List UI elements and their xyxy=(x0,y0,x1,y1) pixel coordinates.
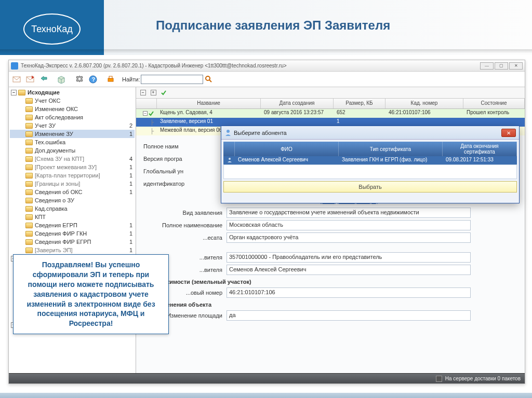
tree-node[interactable]: Кад.справка xyxy=(10,204,135,213)
search-icon[interactable] xyxy=(204,75,214,84)
col-date[interactable]: Дата создания xyxy=(261,99,334,108)
tree-node[interactable]: Тех.ошибка xyxy=(10,138,135,146)
svg-point-10 xyxy=(229,158,231,160)
clipped-label: Глобальный ун xyxy=(143,168,227,174)
svg-text:?: ? xyxy=(92,76,96,83)
statusbar: На сервере доставки 0 пакетов xyxy=(9,373,525,383)
app-icon xyxy=(11,62,18,70)
minimize-button[interactable]: — xyxy=(480,62,494,70)
new-mail-icon[interactable] xyxy=(11,73,23,86)
tree-node[interactable]: Изменение ЗУ1 xyxy=(10,130,135,138)
select-subscriber-dialog: Выберите абонента ✕ ФИО Тип сертификата … xyxy=(221,126,520,203)
tree-node[interactable]: [Схема ЗУ на КПТ]4 xyxy=(10,155,135,163)
tree-node[interactable]: Сведения об ОКС1 xyxy=(10,188,135,196)
modal-grid-header: ФИО Тип сертификата Дата окончания серти… xyxy=(223,142,517,156)
tree-node[interactable]: [Проект межевания ЗУ]1 xyxy=(10,163,135,171)
slide-title: Подписание заявления ЭП Заявителя xyxy=(156,18,390,33)
field-kadnum[interactable]: 46:21:010107:106 xyxy=(227,287,471,298)
main-toolbar: ? Найти: xyxy=(9,72,525,87)
settings-icon[interactable] xyxy=(73,73,86,86)
modal-grid-empty xyxy=(223,164,517,179)
modal-grid-row[interactable]: Семенов Алексей Сергеевич Заявления ГКН … xyxy=(223,156,517,164)
print-icon[interactable] xyxy=(104,73,117,86)
select-button[interactable]: Выбрать xyxy=(223,181,517,193)
col-size[interactable]: Размер, КБ xyxy=(334,99,385,108)
field-type[interactable]: Заявление о государственном учете измене… xyxy=(227,208,471,218)
clipped-label: идентификатор xyxy=(143,181,227,187)
svg-point-7 xyxy=(206,76,210,80)
page-footer-bar xyxy=(0,393,532,398)
clipped-label: Полное наим xyxy=(143,143,227,149)
reply-icon[interactable] xyxy=(24,73,37,86)
field-declarant-name[interactable]: Семенов Алексей Сергеевич xyxy=(227,265,471,275)
tree-node[interactable]: Сведения ФИР ГКН1 xyxy=(10,229,135,238)
tree-node[interactable]: Учет ОКС xyxy=(10,97,135,105)
person-icon xyxy=(224,129,232,136)
congrats-callout: Поздравляем! Вы успешно сформировали ЭП … xyxy=(13,254,169,334)
list-toolbar: − + xyxy=(136,87,525,99)
svg-rect-5 xyxy=(108,78,113,81)
field-name[interactable]: Московская область xyxy=(227,220,471,230)
svg-point-9 xyxy=(227,130,230,133)
clipped-label: Версия програ xyxy=(143,156,227,162)
grid-header: Название Дата создания Размер, КБ Кад. н… xyxy=(136,99,525,109)
svg-rect-6 xyxy=(109,76,112,78)
package-icon[interactable] xyxy=(56,73,68,86)
collapse-icon[interactable]: − xyxy=(138,88,148,98)
tree-node[interactable]: Сведения ЕГРП1 xyxy=(10,221,135,229)
tree-node[interactable]: Сведения ФИР ЕГРП1 xyxy=(10,238,135,246)
status-text: На сервере доставки 0 пакетов xyxy=(445,376,521,381)
field-label: Вид заявления xyxy=(143,210,227,216)
dialog-close-button[interactable]: ✕ xyxy=(501,129,516,137)
tree-node[interactable]: Изменение ОКС xyxy=(10,105,135,113)
field-label: Полное наименование xyxy=(143,222,227,228)
sub-header: ...недвижимости (земельный участок) xyxy=(143,279,517,285)
field-recipient[interactable]: Орган кадастрового учёта xyxy=(227,232,471,243)
col-state[interactable]: Состояние xyxy=(463,99,525,108)
svg-point-2 xyxy=(78,78,81,80)
tree-node[interactable]: Акт обследования xyxy=(10,113,135,121)
expand-icon[interactable]: + xyxy=(149,88,158,98)
grid-row[interactable]: −Кщень ул. Садовая, 409 августа 2016 13:… xyxy=(136,109,525,118)
dialog-titlebar: Выберите абонента ✕ xyxy=(221,126,519,140)
tree-node[interactable]: Сведения о ЗУ xyxy=(10,196,135,204)
sub-header: Вид изменения объекта xyxy=(143,301,517,308)
tree-node[interactable]: Учет ЗУ2 xyxy=(10,121,135,130)
logo: ТехноКад xyxy=(23,13,81,45)
field-label: ...есата xyxy=(143,235,227,241)
tree-node[interactable]: −Исходящие xyxy=(10,88,135,97)
titlebar: ТехноКад-Экспресс v. 2.6.807.200 (pv. 2.… xyxy=(9,60,525,72)
find-input[interactable] xyxy=(141,75,203,84)
app-window: ТехноКад-Экспресс v. 2.6.807.200 (pv. 2.… xyxy=(8,60,525,384)
field-change[interactable]: да xyxy=(227,310,471,321)
help-icon[interactable]: ? xyxy=(87,73,99,86)
col-kad[interactable]: Кад. номер xyxy=(385,99,463,108)
modal-col-expire[interactable]: Дата окончания сертификата xyxy=(443,142,517,156)
tree-node[interactable]: [Заверить ЭП]1 xyxy=(10,246,135,254)
check-icon[interactable] xyxy=(159,88,168,98)
send-receive-icon[interactable] xyxy=(38,73,50,86)
maximize-button[interactable]: ▢ xyxy=(495,62,508,70)
modal-col-fio[interactable]: ФИО xyxy=(235,142,339,156)
tree-node[interactable]: [Карта-план территории]1 xyxy=(10,171,135,180)
window-title: ТехноКад-Экспресс v. 2.6.807.200 (pv. 2.… xyxy=(21,63,287,68)
server-icon xyxy=(436,376,442,382)
col-name[interactable]: Название xyxy=(157,99,261,108)
close-button[interactable]: ✕ xyxy=(509,62,523,70)
modal-col-cert[interactable]: Тип сертификата xyxy=(339,142,443,156)
svg-line-8 xyxy=(209,80,211,82)
tree-node[interactable]: КПТ xyxy=(10,213,135,221)
tree-node[interactable]: [Границы и зоны]1 xyxy=(10,180,135,188)
find-label: Найти: xyxy=(122,76,140,83)
field-declarant-code[interactable]: 357001000000 - Правообладатель или его п… xyxy=(227,252,471,263)
tree-node[interactable]: Доп.документы xyxy=(10,146,135,155)
